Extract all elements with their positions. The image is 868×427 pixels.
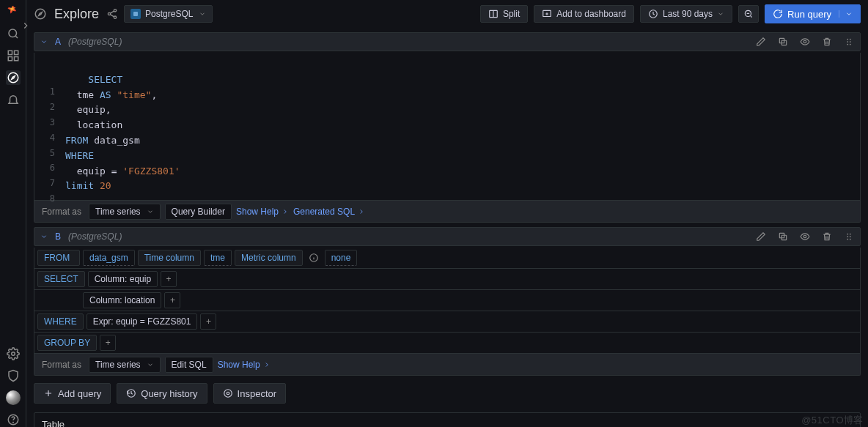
share-icon[interactable] [106,8,118,20]
from-value[interactable]: data_gsm [83,250,135,266]
svg-point-32 [850,234,851,235]
svg-rect-1 [8,51,12,54]
timecol-key: Time column [138,250,201,266]
query-b-options: Format as Time series Edit SQL Show Help [34,354,861,376]
page-title: Explore [54,7,99,22]
svg-rect-4 [14,57,18,61]
format-as-select[interactable]: Time series [89,204,161,220]
edit-icon[interactable] [756,37,766,47]
add-to-dashboard-button[interactable]: Add to dashboard [534,5,634,23]
query-b-header: B (PostgreSQL) [34,227,861,246]
sql-editor[interactable]: 12345678 SELECT tme AS "time", equip, lo… [34,53,861,201]
query-builder-button[interactable]: Query Builder [165,204,232,220]
results-panel: Table Time equip location 2022-06-02 00:… [34,412,861,427]
query-history-button[interactable]: Query history [117,383,207,404]
svg-point-38 [227,392,229,395]
eye-icon[interactable] [800,37,810,47]
where-key: WHERE [37,313,84,330]
svg-point-23 [850,39,851,40]
edit-sql-button[interactable]: Edit SQL [165,357,213,373]
collapse-icon[interactable] [40,38,48,45]
select-col1[interactable]: Column: equip [88,271,158,287]
chevron-down-icon [147,361,154,368]
dashboards-icon[interactable] [6,48,21,63]
admin-icon[interactable] [6,368,21,383]
svg-point-12 [114,10,116,12]
select-col2[interactable]: Column: location [83,292,161,308]
add-groupby-button[interactable]: + [100,335,116,351]
svg-point-39 [224,390,232,398]
svg-marker-11 [39,12,43,16]
svg-point-0 [9,29,17,37]
metriccol-value[interactable]: none [325,250,358,266]
postgres-icon [130,9,141,19]
edit-icon[interactable] [756,231,766,242]
query-a-letter[interactable]: A [55,37,61,47]
info-icon[interactable] [309,253,319,263]
chevron-down-icon [199,10,206,18]
svg-point-36 [850,239,851,240]
show-help-link[interactable]: Show Help [236,207,289,217]
where-expr[interactable]: Expr: equip = FGZZS801 [87,313,198,330]
chevron-down-icon [717,10,724,18]
run-query-button[interactable]: Run query [765,4,861,23]
svg-point-34 [850,236,851,237]
copy-icon[interactable] [778,37,788,47]
svg-point-10 [35,9,45,19]
svg-point-22 [847,39,848,40]
compass-icon [34,7,47,21]
add-select-button[interactable]: + [161,271,177,287]
inspector-button[interactable]: Inspector [213,383,286,404]
configuration-icon[interactable] [6,346,21,361]
trash-icon[interactable] [822,37,832,47]
copy-icon[interactable] [778,231,788,242]
alerting-icon[interactable] [6,92,21,107]
zoom-out-button[interactable] [738,5,759,23]
show-help-link[interactable]: Show Help [218,360,271,370]
drag-icon[interactable] [844,37,854,47]
add-where-button[interactable]: + [200,313,216,330]
svg-point-25 [850,41,851,42]
eye-icon[interactable] [800,231,810,242]
select-row: SELECT Column: equip + [34,269,861,290]
svg-point-24 [847,41,848,42]
grafana-logo[interactable] [6,4,21,19]
query-b-ds: (PostgreSQL) [68,231,122,242]
drag-icon[interactable] [844,231,854,242]
help-icon[interactable] [6,412,21,427]
query-actions: Add query Query history Inspector [34,383,861,404]
watermark: @51CTO博客 [801,414,864,427]
query-a-options: Format as Time series Query Builder Show… [34,201,861,223]
query-a-ds: (PostgreSQL) [68,37,122,47]
search-icon[interactable] [6,26,21,41]
timecol-value[interactable]: tme [204,250,232,266]
chevron-down-icon [147,208,154,215]
panel-title: Table [34,413,860,427]
trash-icon[interactable] [822,231,832,242]
generated-sql-link[interactable]: Generated SQL [293,207,365,217]
svg-point-31 [847,234,848,235]
run-query-label: Run query [787,9,831,20]
query-a-header: A (PostgreSQL) [34,32,861,51]
add-query-button[interactable]: Add query [34,383,111,404]
svg-point-30 [803,235,806,238]
time-range-button[interactable]: Last 90 days [640,5,732,23]
split-button[interactable]: Split [480,5,528,23]
select-row-2: Column: location + [34,290,861,311]
svg-rect-3 [8,57,12,61]
svg-point-27 [850,44,851,45]
time-range-label: Last 90 days [663,9,713,19]
from-key: FROM [37,250,80,266]
explore-icon[interactable] [6,70,21,85]
groupby-row: GROUP BY + [34,333,861,354]
svg-point-13 [108,12,110,15]
rail-expand-icon[interactable] [21,21,31,31]
svg-point-35 [847,239,848,240]
svg-point-26 [847,44,848,45]
user-avatar[interactable] [6,390,21,405]
datasource-picker[interactable]: PostgreSQL [124,5,213,23]
left-rail [0,0,26,427]
page-header: Explore PostgreSQL Split Add to dashboar… [26,0,868,28]
format-as-select[interactable]: Time series [89,357,161,373]
add-select-button[interactable]: + [164,292,180,308]
